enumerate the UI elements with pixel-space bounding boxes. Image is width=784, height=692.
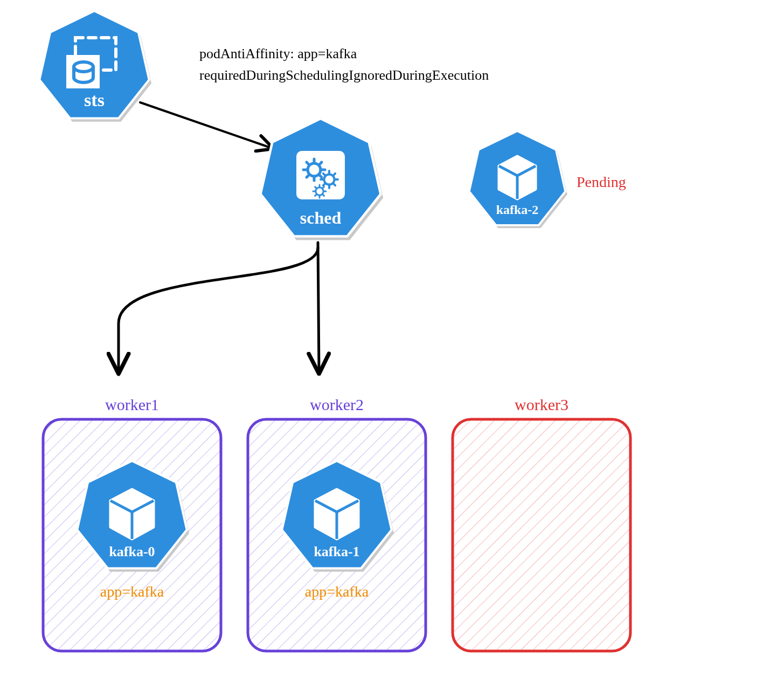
- kafka-2-label: kafka-2: [496, 203, 539, 217]
- worker-box-3: [453, 419, 630, 651]
- kafka-2-pod-icon: kafka-2: [469, 131, 567, 228]
- svg-line-21: [319, 175, 322, 177]
- config-text-block: podAntiAffinity: app=kafka requiredDurin…: [199, 43, 489, 87]
- config-line-2: requiredDuringSchedulingIgnoredDuringExe…: [199, 65, 489, 86]
- sts-icon: sts: [39, 11, 151, 122]
- worker1-label: worker1: [43, 396, 221, 414]
- worker2-app-label: app=kafka: [248, 583, 426, 600]
- svg-line-22: [307, 175, 309, 177]
- worker2-label: worker2: [248, 396, 426, 414]
- svg-line-39: [322, 194, 324, 196]
- svg-line-29: [323, 174, 325, 176]
- sched-label: sched: [300, 208, 342, 227]
- config-line-1: podAntiAffinity: app=kafka: [199, 43, 489, 65]
- svg-line-23: [319, 162, 322, 165]
- svg-line-31: [323, 183, 325, 185]
- worker3-label: worker3: [453, 396, 630, 414]
- arrow-sts-to-sched: [140, 102, 272, 148]
- worker1-app-label: app=kafka: [43, 583, 221, 600]
- svg-line-30: [333, 183, 335, 185]
- arrow-sched-to-worker2: [318, 243, 319, 372]
- svg-line-38: [315, 187, 317, 189]
- sts-label: sts: [84, 90, 105, 110]
- svg-line-41: [322, 187, 324, 189]
- svg-rect-6: [453, 419, 630, 651]
- sched-icon: sched: [260, 119, 383, 240]
- svg-line-32: [333, 174, 335, 176]
- kafka-1-label: kafka-1: [314, 544, 359, 559]
- kafka-0-label: kafka-0: [109, 544, 155, 559]
- svg-line-40: [315, 194, 317, 196]
- arrow-sched-to-worker1: [119, 248, 318, 372]
- pending-status: Pending: [577, 174, 626, 191]
- svg-line-20: [307, 162, 309, 165]
